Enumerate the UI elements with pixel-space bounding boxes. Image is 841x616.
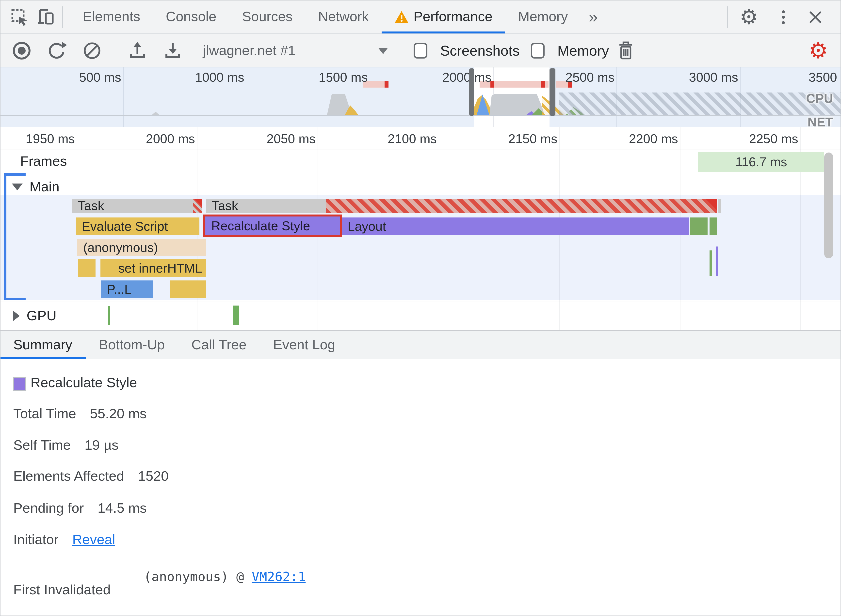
gc-button[interactable]	[616, 34, 635, 67]
tab-label: Event Log	[273, 337, 335, 352]
tab-event-log[interactable]: Event Log	[260, 331, 348, 359]
event-bar-anonymous[interactable]: (anonymous)	[77, 239, 206, 256]
selection-handle-left[interactable]	[469, 68, 474, 116]
tab-summary[interactable]: Summary	[0, 331, 86, 359]
overview-tick: 1000 ms	[195, 69, 244, 85]
summary-pane: Recalculate Style Total Time55.20 ms Sel…	[0, 359, 841, 616]
ruler-tick: 2250 ms	[749, 131, 798, 147]
event-bar-script-small[interactable]	[170, 280, 206, 298]
source-location-link[interactable]: VM262:1	[251, 569, 306, 584]
clear-icon	[82, 40, 102, 61]
summary-title: Recalculate Style	[31, 374, 137, 392]
stat-self-time: Self Time19 µs	[13, 436, 119, 454]
event-bar-layout[interactable]: Layout	[342, 217, 690, 235]
overview-tick: 3000 ms	[689, 69, 738, 85]
tab-label: Call Tree	[191, 337, 246, 352]
event-bar-parse-html[interactable]: P...L	[101, 280, 153, 298]
cpu-label: CPU	[806, 91, 833, 106]
tab-console[interactable]: Console	[153, 0, 229, 34]
main-track-selection-bracket	[4, 173, 6, 300]
devtools-performance-panel: Elements Console Sources Network Perform…	[0, 0, 841, 616]
stat-label: Initiator	[13, 532, 59, 547]
event-sliver-purple[interactable]	[716, 246, 718, 276]
stat-label: Elements Affected	[13, 468, 124, 484]
stat-value: 1520	[138, 468, 169, 484]
upload-icon	[127, 40, 148, 61]
overview-tick: 3500	[809, 69, 837, 85]
screenshots-label[interactable]: Screenshots	[433, 34, 519, 67]
event-sliver-green[interactable]	[710, 251, 712, 276]
track-name: GPU	[26, 308, 56, 324]
tab-label: Console	[166, 9, 216, 25]
event-bar-evaluate-script[interactable]: Evaluate Script	[76, 217, 199, 235]
event-bar-task[interactable]: Task	[72, 199, 202, 213]
chevron-down-icon	[378, 47, 388, 54]
capture-settings-button[interactable]: ⚙	[809, 34, 828, 67]
gridline	[123, 67, 124, 127]
timeline-overview[interactable]: 500 ms 1000 ms 1500 ms 2000 ms 2500 ms 3…	[0, 67, 841, 128]
frames-track-label: Frames	[20, 154, 67, 169]
record-button[interactable]	[13, 34, 31, 67]
reveal-link[interactable]: Reveal	[72, 532, 115, 547]
settings-gear-button[interactable]: ⚙	[740, 0, 758, 34]
net-divider	[0, 115, 841, 116]
selection-handle-right[interactable]	[550, 68, 556, 116]
reload-and-record-button[interactable]	[46, 34, 67, 67]
flame-chart[interactable]: 1950 ms 2000 ms 2050 ms 2100 ms 2150 ms …	[0, 127, 841, 331]
checkbox-icon	[531, 43, 545, 59]
longtask-mark	[385, 81, 388, 88]
load-profile-button[interactable]	[127, 34, 148, 67]
screenshots-checkbox[interactable]	[414, 34, 427, 67]
tab-label: Elements	[83, 9, 140, 25]
save-profile-button[interactable]	[162, 34, 183, 67]
gpu-track: GPU	[0, 302, 841, 329]
tab-network[interactable]: Network	[305, 0, 381, 34]
event-bar-paint[interactable]	[710, 217, 717, 235]
tab-label: Network	[318, 9, 369, 25]
event-bar-recalculate-style-selected[interactable]: Recalculate Style	[203, 214, 342, 237]
frame-duration-chip[interactable]: 116.7 ms	[698, 152, 824, 172]
event-bar-task[interactable]: Task	[206, 199, 326, 213]
divider	[727, 6, 728, 28]
event-bar-script-small[interactable]	[78, 259, 96, 277]
event-bar-paint[interactable]	[690, 217, 707, 235]
event-bar-task-small[interactable]	[718, 199, 721, 213]
more-options-button[interactable]	[782, 0, 785, 34]
gridline	[247, 67, 247, 127]
track-name: Main	[29, 179, 59, 195]
gridline	[370, 67, 370, 127]
tab-sources[interactable]: Sources	[229, 0, 305, 34]
tab-performance[interactable]: Performance	[382, 0, 506, 34]
gpu-activity-tick	[233, 305, 239, 325]
flame-ruler: 1950 ms 2000 ms 2050 ms 2100 ms 2150 ms …	[0, 127, 841, 150]
ruler-tick: 2200 ms	[629, 131, 678, 147]
chevron-double-icon: »	[589, 7, 598, 26]
tab-memory[interactable]: Memory	[505, 0, 581, 34]
vertical-scrollbar[interactable]	[824, 153, 833, 258]
inspect-element-icon[interactable]	[9, 0, 31, 34]
clear-recording-button[interactable]	[82, 34, 102, 67]
triangle-down-icon	[12, 183, 23, 191]
tab-elements[interactable]: Elements	[70, 0, 153, 34]
bar-label: Task	[212, 199, 238, 213]
event-bar-longtask[interactable]	[326, 199, 717, 213]
tab-call-tree[interactable]: Call Tree	[178, 331, 260, 359]
event-bar-set-innerhtml[interactable]: set innerHTML	[100, 259, 206, 277]
close-icon	[807, 8, 824, 26]
stat-label: Pending for	[13, 500, 84, 516]
memory-checkbox[interactable]	[531, 34, 545, 67]
ruler-tick: 2100 ms	[388, 131, 437, 147]
history-select[interactable]: jlwagner.net #1	[203, 34, 296, 67]
main-track-header[interactable]: Main	[12, 179, 59, 195]
device-toolbar-icon[interactable]	[34, 0, 57, 34]
kebab-menu-icon	[782, 10, 785, 24]
gpu-activity-tick	[108, 306, 110, 325]
more-tabs-button[interactable]: »	[581, 0, 606, 34]
close-devtools-button[interactable]	[807, 0, 824, 34]
memory-label[interactable]: Memory	[550, 34, 609, 67]
gpu-track-header[interactable]: GPU	[13, 308, 56, 324]
history-select-arrow[interactable]	[378, 34, 388, 67]
triangle-right-icon	[13, 311, 20, 321]
tab-bottom-up[interactable]: Bottom-Up	[86, 331, 178, 359]
frames-track[interactable]: Frames 116.7 ms	[0, 150, 841, 173]
